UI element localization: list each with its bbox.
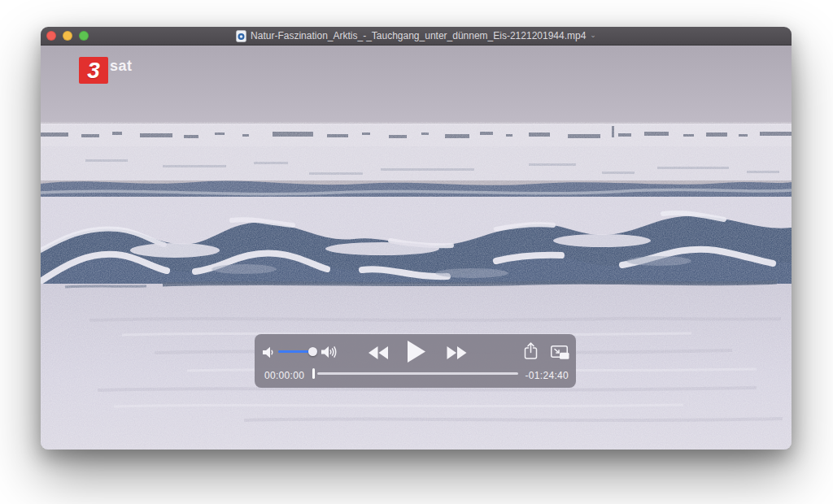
document-proxy-icon — [236, 30, 246, 42]
video-frame: 3 sat — [41, 46, 792, 450]
volume-slider-knob[interactable] — [308, 347, 317, 356]
window-title-menu[interactable]: Natur-Faszination_Arktis_-_Tauchgang_unt… — [236, 30, 596, 42]
window-title: Natur-Faszination_Arktis_-_Tauchgang_unt… — [251, 30, 586, 41]
traffic-lights — [46, 27, 89, 45]
remaining-time: -01:24:40 — [526, 370, 569, 381]
3sat-logo-text: sat — [110, 59, 133, 73]
quicktime-player-window: Natur-Faszination_Arktis_-_Tauchgang_unt… — [41, 27, 792, 450]
title-chevron-icon: ⌄ — [590, 31, 596, 39]
play-button[interactable] — [408, 341, 425, 365]
3sat-logo-number: 3 — [87, 59, 100, 82]
arctic-ice-scene — [41, 46, 792, 450]
channel-logo-3sat: 3 sat — [79, 57, 133, 84]
fast-forward-icon — [447, 346, 467, 359]
volume-low-icon[interactable] — [263, 346, 275, 358]
share-button[interactable] — [524, 342, 538, 363]
playback-control-bar: 00:00:00 -01:24:40 — [255, 334, 576, 388]
rewind-icon — [369, 346, 389, 359]
timeline-playhead[interactable] — [312, 368, 315, 379]
volume-high-icon[interactable] — [321, 345, 338, 359]
minimize-button[interactable] — [63, 31, 72, 41]
zoom-button[interactable] — [79, 31, 89, 41]
window-titlebar[interactable]: Natur-Faszination_Arktis_-_Tauchgang_unt… — [41, 27, 792, 46]
3sat-logo-square: 3 — [79, 57, 108, 84]
share-icon — [524, 342, 538, 360]
elapsed-time: 00:00:00 — [264, 370, 304, 381]
timeline-scrubber[interactable] — [317, 372, 518, 375]
close-button[interactable] — [46, 31, 56, 41]
picture-in-picture-icon — [551, 345, 569, 359]
play-icon — [408, 341, 425, 363]
picture-in-picture-button[interactable] — [551, 345, 569, 362]
fast-forward-button[interactable] — [447, 346, 467, 362]
rewind-button[interactable] — [369, 346, 389, 362]
